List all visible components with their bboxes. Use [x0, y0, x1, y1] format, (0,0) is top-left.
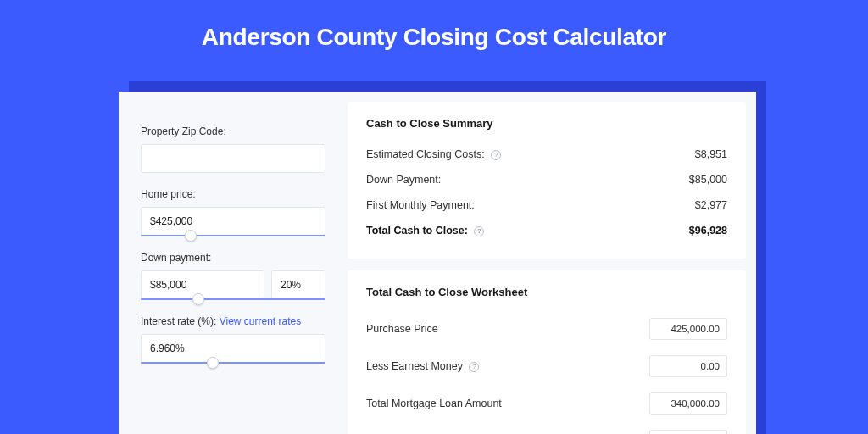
slider-thumb[interactable]: [207, 357, 219, 369]
down-payment-slider[interactable]: [141, 298, 326, 300]
worksheet-row: Total Mortgage Loan Amount 340,000.00: [366, 385, 727, 422]
summary-row-value: $8,951: [695, 148, 727, 160]
summary-total-label-text: Total Cash to Close:: [366, 225, 468, 236]
summary-total-row: Total Cash to Close: ? $96,928: [366, 218, 727, 243]
worksheet-row-value[interactable]: 340,000.00: [649, 392, 727, 415]
worksheet-row: Less Earnest Money ? 0.00: [366, 348, 727, 385]
slider-track: [141, 362, 326, 364]
worksheet-row-label: Total Mortgage Loan Amount: [366, 398, 502, 409]
interest-label-text: Interest rate (%):: [141, 315, 216, 327]
interest-label: Interest rate (%): View current rates: [141, 315, 326, 327]
worksheet-row-label-text: Less Earnest Money: [366, 360, 463, 372]
summary-row: Estimated Closing Costs: ? $8,951: [366, 142, 727, 167]
summary-row-label: Estimated Closing Costs: ?: [366, 148, 501, 160]
zip-input[interactable]: [141, 144, 326, 173]
slider-track: [141, 235, 326, 236]
summary-row: First Monthly Payment: $2,977: [366, 192, 727, 218]
worksheet-row: Purchase Price 425,000.00: [366, 310, 727, 348]
summary-row-label: First Monthly Payment:: [366, 199, 475, 211]
worksheet-row-value[interactable]: [649, 430, 727, 434]
home-price-input[interactable]: [141, 207, 326, 236]
home-price-label: Home price:: [141, 188, 326, 200]
page-title: Anderson County Closing Cost Calculator: [0, 0, 868, 68]
interest-input[interactable]: [141, 334, 326, 363]
help-icon[interactable]: ?: [491, 150, 501, 160]
down-payment-label: Down payment:: [141, 252, 326, 264]
summary-panel: Cash to Close Summary Estimated Closing …: [348, 102, 746, 259]
summary-row-label-text: Estimated Closing Costs:: [366, 148, 485, 160]
slider-thumb[interactable]: [192, 293, 204, 305]
worksheet-row: Total Second Mortgage Amount ?: [366, 422, 727, 434]
interest-slider[interactable]: [141, 362, 326, 364]
home-price-field-group: Home price:: [141, 188, 326, 236]
worksheet-row-value[interactable]: 425,000.00: [649, 318, 727, 340]
worksheet-row-value[interactable]: 0.00: [649, 355, 727, 377]
inputs-panel: Property Zip Code: Home price: Down paym…: [129, 102, 337, 434]
down-payment-pct-input[interactable]: [271, 270, 326, 299]
summary-heading: Cash to Close Summary: [366, 117, 727, 130]
worksheet-heading: Total Cash to Close Worksheet: [366, 286, 727, 298]
summary-row-value: $2,977: [695, 199, 727, 211]
interest-field-group: Interest rate (%): View current rates: [141, 315, 326, 364]
results-column: Cash to Close Summary Estimated Closing …: [348, 102, 746, 434]
summary-row-value: $85,000: [689, 174, 727, 186]
zip-label: Property Zip Code:: [141, 125, 326, 137]
worksheet-panel: Total Cash to Close Worksheet Purchase P…: [348, 270, 746, 434]
down-payment-field-group: Down payment:: [141, 252, 326, 300]
summary-total-label: Total Cash to Close: ?: [366, 225, 484, 236]
summary-total-value: $96,928: [689, 225, 727, 236]
help-icon[interactable]: ?: [469, 362, 479, 372]
worksheet-row-label: Purchase Price: [366, 323, 438, 335]
slider-track: [141, 298, 326, 300]
home-price-slider[interactable]: [141, 235, 326, 236]
summary-row: Down Payment: $85,000: [366, 167, 727, 192]
summary-row-label: Down Payment:: [366, 174, 441, 186]
slider-thumb[interactable]: [185, 230, 197, 242]
worksheet-row-label: Less Earnest Money ?: [366, 360, 479, 372]
zip-field-group: Property Zip Code:: [141, 125, 326, 173]
view-rates-link[interactable]: View current rates: [220, 315, 302, 327]
calculator-card: Property Zip Code: Home price: Down paym…: [119, 92, 756, 434]
help-icon[interactable]: ?: [474, 226, 484, 236]
